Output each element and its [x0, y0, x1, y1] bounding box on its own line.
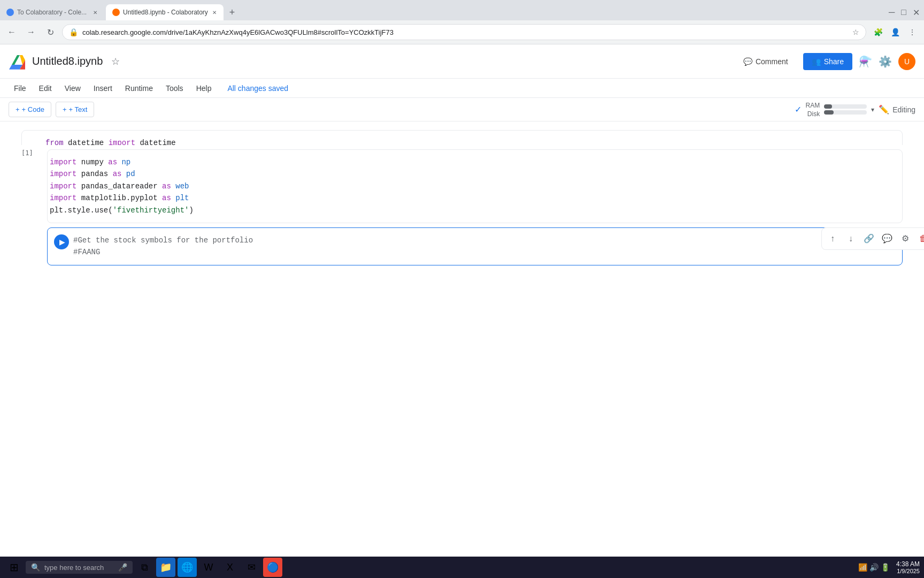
taskbar-excel[interactable]: X: [220, 558, 240, 577]
disk-progress-container: [824, 110, 867, 115]
taskbar-chrome[interactable]: 🔵: [263, 558, 282, 577]
minimize-button[interactable]: ─: [889, 7, 895, 17]
add-text-label: + Text: [68, 105, 87, 113]
delete-cell-button[interactable]: 🗑: [915, 230, 924, 247]
profile-icon[interactable]: 👤: [888, 25, 903, 40]
menu-view[interactable]: View: [59, 82, 86, 95]
partial-cell: from datetime import datetime: [21, 130, 903, 145]
menu-help[interactable]: Help: [191, 82, 217, 95]
network-icon: 📶: [858, 563, 867, 572]
ram-label: RAM: [806, 102, 820, 109]
back-button[interactable]: ←: [4, 25, 19, 40]
time-display: 4:38 AM: [896, 560, 920, 568]
cell-2-content: #Get the stock symbols for the portfolio…: [71, 228, 902, 265]
settings-icon[interactable]: ⚙️: [879, 55, 892, 68]
taskbar-file-explorer[interactable]: 📁: [156, 558, 175, 577]
tab-1[interactable]: To Colaboratory - Cole... ✕: [0, 4, 106, 20]
tab-2-icon: [112, 9, 120, 16]
import-kw-3: import: [50, 180, 76, 192]
comment-icon: 💬: [743, 57, 752, 66]
taskbar-word[interactable]: W: [199, 558, 218, 577]
pencil-icon: ✏️: [879, 104, 889, 115]
menu-icon[interactable]: ⋮: [905, 25, 920, 40]
drive-icon: [9, 53, 26, 70]
taskbar-task-view[interactable]: ⧉: [135, 558, 154, 577]
search-icon: 🔍: [31, 563, 40, 572]
close-button[interactable]: ✕: [913, 7, 920, 18]
partial-code-cell: from datetime import datetime: [21, 130, 903, 145]
as-kw-2: as: [113, 168, 122, 180]
add-text-button[interactable]: + + Text: [56, 102, 94, 117]
ram-disk-area: RAM Disk ▾: [806, 102, 875, 118]
play-icon: ▶: [59, 238, 65, 246]
tab-1-close[interactable]: ✕: [91, 8, 99, 17]
menu-insert[interactable]: Insert: [88, 82, 118, 95]
reload-button[interactable]: ↻: [43, 25, 58, 40]
extensions-icon[interactable]: 🧩: [871, 25, 886, 40]
tab-2[interactable]: Untitled8.ipynb - Colaboratory ✕: [106, 4, 224, 20]
code-partial-line: from datetime import datetime: [45, 137, 896, 145]
cell-1-container: [1] import numpy as np import pandas as …: [21, 149, 903, 223]
cell-1[interactable]: import numpy as np import pandas as pd i…: [47, 149, 903, 223]
drive-logo: [9, 53, 26, 70]
user-avatar[interactable]: U: [898, 53, 915, 70]
resources-dropdown[interactable]: ▾: [871, 106, 874, 113]
browser-chrome: To Colaboratory - Cole... ✕ Untitled8.ip…: [0, 0, 924, 44]
tab-bar: To Colaboratory - Cole... ✕ Untitled8.ip…: [0, 0, 924, 20]
connected-checkmark: ✓: [795, 104, 802, 115]
move-up-button[interactable]: ↑: [824, 230, 841, 247]
maximize-button[interactable]: □: [901, 7, 906, 17]
add-code-label: + Code: [22, 105, 44, 113]
cell-float-toolbar: ↑ ↓ 🔗 💬 ⚙ 🗑: [821, 227, 924, 250]
menu-tools[interactable]: Tools: [160, 82, 189, 95]
import-kw-1: import: [50, 156, 76, 168]
add-code-button[interactable]: + + Code: [9, 102, 51, 117]
cell-toolbar: + + Code + + Text ✓ RAM Disk ▾: [0, 98, 924, 121]
move-down-button[interactable]: ↓: [842, 230, 859, 247]
progress-bars: [824, 104, 867, 115]
taskbar-search-text: type here to search: [44, 564, 104, 572]
taskbar-browser[interactable]: 🌐: [178, 558, 197, 577]
menu-file[interactable]: File: [9, 82, 32, 95]
cell-1-line-3: import pandas_datareader as web: [50, 180, 896, 192]
add-code-icon: +: [16, 105, 20, 113]
taskbar-mail[interactable]: ✉: [242, 558, 261, 577]
menu-edit[interactable]: Edit: [34, 82, 57, 95]
taskbar-start[interactable]: ⊞: [4, 558, 24, 577]
cell-settings-button[interactable]: ⚙: [897, 230, 914, 247]
comment-label: Comment: [756, 57, 788, 66]
cell-1-line-5: plt.style.use('fivethirtyeight'): [50, 204, 896, 216]
address-text: colab.research.google.com/drive/1aKAyKhz…: [82, 28, 848, 36]
cell-2-line-2: #FAANG: [73, 246, 896, 258]
notebook-content: from datetime import datetime [1] import…: [0, 121, 924, 578]
plain-space2: datetime: [135, 137, 176, 145]
cell-2[interactable]: ▶ #Get the stock symbols for the portfol…: [47, 227, 903, 265]
cell-1-line-4: import matplotlib.pyplot as plt: [50, 192, 896, 204]
comment-button[interactable]: 💬 Comment: [735, 53, 797, 70]
comment-cell-button[interactable]: 💬: [879, 230, 896, 247]
colab-app: Untitled8.ipynb ☆ 💬 Comment 👥 Share ⚗️ ⚙…: [0, 44, 924, 578]
run-button[interactable]: ▶: [52, 232, 71, 252]
star-button[interactable]: ☆: [111, 56, 120, 67]
link-button[interactable]: 🔗: [860, 230, 877, 247]
window-controls: ─ □ ✕: [889, 7, 924, 18]
new-tab-button[interactable]: +: [226, 6, 238, 19]
tab-2-close[interactable]: ✕: [212, 8, 217, 17]
volume-icon: 🔊: [869, 563, 879, 572]
taskbar: ⊞ 🔍 type here to search 🎤 ⧉ 📁 🌐 W X ✉ 🔵 …: [0, 557, 924, 578]
from-kw: from: [45, 137, 64, 145]
disk-progress-fill: [824, 110, 834, 115]
taskbar-search[interactable]: 🔍 type here to search 🎤: [26, 561, 133, 574]
forward-button[interactable]: →: [24, 25, 38, 40]
date-display: 1/9/2025: [897, 568, 920, 574]
address-bar[interactable]: 🔒 colab.research.google.com/drive/1aKAyK…: [62, 24, 866, 40]
taskbar-system-tray: 📶 🔊 🔋 4:38 AM 1/9/2025: [858, 560, 920, 574]
clock: 4:38 AM 1/9/2025: [896, 560, 920, 574]
share-button[interactable]: 👥 Share: [803, 53, 852, 70]
doc-title: Untitled8.ipynb: [32, 55, 103, 67]
browser-toolbar-right: 🧩 👤 ⋮: [871, 25, 920, 40]
menu-runtime[interactable]: Runtime: [120, 82, 158, 95]
star-icon[interactable]: ☆: [852, 28, 859, 36]
share-label: Share: [824, 57, 844, 66]
cell-1-content: import numpy as np import pandas as pd i…: [48, 150, 902, 223]
